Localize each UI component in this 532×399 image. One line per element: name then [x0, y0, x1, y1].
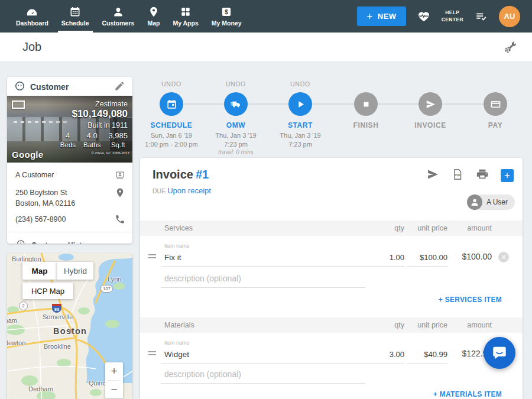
add-services-item-link[interactable]: + SERVICES ITEM: [439, 296, 502, 304]
undo-schedule-button[interactable]: UNDO: [139, 80, 204, 89]
play-icon[interactable]: [288, 92, 312, 116]
schedule-step-icon[interactable]: [160, 92, 183, 116]
add-invoice-item-button[interactable]: +: [501, 169, 514, 182]
step-date: Sun, Jan 6 '19: [151, 132, 192, 139]
customer-history-button[interactable]: Customer History ›: [7, 232, 132, 244]
invoice-title: Invoice: [153, 168, 193, 181]
nav-item-label: My Apps: [173, 20, 198, 27]
services-header-label: Services: [164, 224, 365, 232]
map-type-button[interactable]: Map: [22, 262, 57, 280]
customer-name-row: A Customer: [15, 170, 125, 182]
zoom-out-button[interactable]: −: [105, 381, 123, 398]
help-center-button[interactable]: HELP CENTER: [442, 9, 463, 22]
add-materials-item-link[interactable]: + MATERIALS ITEM: [433, 390, 502, 398]
remove-item-icon[interactable]: ✕: [498, 252, 509, 262]
user-avatar[interactable]: AU: [499, 6, 520, 27]
send-invoice-icon[interactable]: [426, 168, 439, 183]
omw-truck-icon[interactable]: [224, 92, 248, 116]
service-item-unit-price-input[interactable]: [407, 251, 447, 267]
job-settings-icon[interactable]: [504, 40, 518, 54]
nav-item-schedule[interactable]: Schedule: [55, 0, 96, 33]
step-label: FINISH: [333, 121, 398, 129]
phone-icon[interactable]: [115, 214, 125, 226]
customer-face-icon: [14, 80, 25, 94]
nav-item-my-money[interactable]: $ My Money: [205, 0, 248, 33]
chevron-right-icon: ›: [122, 240, 125, 244]
invoice-number[interactable]: #1: [196, 168, 209, 181]
hcp-map-button[interactable]: HCP Map: [22, 283, 73, 299]
pdf-icon[interactable]: PDF: [451, 168, 464, 183]
step-start: UNDO START Thu, Jan 3 '197:23 pm: [268, 80, 333, 148]
new-button-label: NEW: [378, 12, 397, 21]
step-pay: PAY: [463, 80, 528, 129]
step-label: PAY: [463, 121, 528, 129]
material-item-qty-input[interactable]: [365, 348, 404, 364]
credit-card-icon[interactable]: [484, 92, 507, 116]
item-name-label: Item name: [164, 243, 365, 249]
assignee-name: A User: [486, 198, 508, 206]
calendar-icon: [69, 6, 81, 18]
service-item-qty-input[interactable]: [365, 251, 404, 267]
nav-item-label: Schedule: [61, 20, 89, 27]
map-label-somerville: Somerville: [43, 313, 73, 320]
gauge-icon: [26, 6, 38, 18]
customer-address-row: 250 Boylston StBoston, MA 02116: [15, 187, 125, 209]
undo-omw-button[interactable]: UNDO: [203, 80, 268, 89]
service-item-block: Item name $100.00 ✕ + SERVICES ITEM: [140, 236, 523, 304]
customer-phone: (234) 567-8900: [15, 214, 115, 225]
location-pin-icon[interactable]: [115, 187, 125, 200]
item-name-label: Item name: [164, 340, 365, 346]
amount-column-header: amount: [447, 224, 492, 232]
zestimate-value: $10,149,080: [72, 108, 128, 120]
baths-value: 4.0: [83, 131, 100, 140]
checklist-icon[interactable]: [475, 10, 488, 23]
assignee-chip[interactable]: A User: [467, 194, 515, 210]
route-107-badge: 107: [100, 285, 113, 293]
health-heart-icon[interactable]: [417, 10, 430, 23]
map-label-dedham: Dedham: [28, 385, 53, 392]
map-label-boston: Boston: [53, 326, 87, 336]
step-time: 1:00 pm - 2:00 pm: [145, 141, 197, 148]
material-item-block: Item name $122.97 + MATERIALS ITEM: [140, 333, 523, 399]
map-card[interactable]: Burlington Lynn Somerville Waltham Bosto…: [7, 253, 132, 399]
service-item-description-input[interactable]: [161, 271, 365, 288]
edit-pencil-icon[interactable]: [114, 80, 125, 94]
property-photo: Zestimate $10,149,080 Built in 1911 4Bed…: [7, 96, 132, 163]
nav-item-my-apps[interactable]: My Apps: [166, 0, 205, 33]
drag-handle-icon[interactable]: [148, 252, 161, 267]
sqft-value: 3,985: [108, 131, 128, 140]
nav-item-map[interactable]: Map: [141, 0, 166, 33]
address-line2: Boston, MA 02116: [15, 199, 75, 207]
material-item-unit-price-input[interactable]: [407, 348, 447, 364]
service-item-amount: $100.00: [447, 252, 492, 267]
job-workflow-stepper: UNDO SCHEDULE Sun, Jan 6 '191:00 pm - 2:…: [140, 80, 523, 155]
nav-item-customers[interactable]: Customers: [96, 0, 141, 33]
customer-name: A Customer: [15, 170, 115, 181]
hybrid-type-button[interactable]: Hybrid: [57, 262, 93, 280]
nav-item-dashboard[interactable]: Dashboard: [9, 0, 55, 33]
service-item-name-input[interactable]: [161, 251, 365, 267]
print-icon[interactable]: [476, 168, 489, 183]
send-icon[interactable]: [419, 92, 442, 116]
stop-icon[interactable]: [354, 92, 378, 116]
new-button[interactable]: + NEW: [357, 7, 406, 26]
travel-time: travel: 0 mins: [203, 149, 268, 155]
step-label: OMW: [203, 121, 268, 129]
materials-header-label: Materials: [164, 321, 365, 329]
amount-column-header: amount: [447, 321, 492, 329]
zoom-in-button[interactable]: +: [105, 362, 123, 380]
undo-start-button[interactable]: UNDO: [268, 80, 333, 89]
step-time: 7:23 pm: [224, 141, 248, 148]
material-item-name-input[interactable]: [161, 348, 365, 364]
chat-bubble-button[interactable]: [484, 337, 515, 369]
person-icon: [112, 6, 124, 18]
due-value-link[interactable]: Upon receipt: [167, 186, 211, 195]
streetview-frame-icon[interactable]: [12, 100, 25, 109]
customer-history-label: Customer History: [31, 241, 116, 244]
top-nav: Dashboard Schedule Customers Map My Apps…: [0, 0, 532, 33]
zillow-copyright: © Zillow, Inc. 2006-2017: [92, 151, 129, 155]
material-item-description-input[interactable]: [161, 367, 365, 384]
contact-card-icon[interactable]: [115, 170, 125, 182]
step-schedule: UNDO SCHEDULE Sun, Jan 6 '191:00 pm - 2:…: [139, 80, 204, 148]
drag-handle-icon[interactable]: [148, 349, 161, 364]
